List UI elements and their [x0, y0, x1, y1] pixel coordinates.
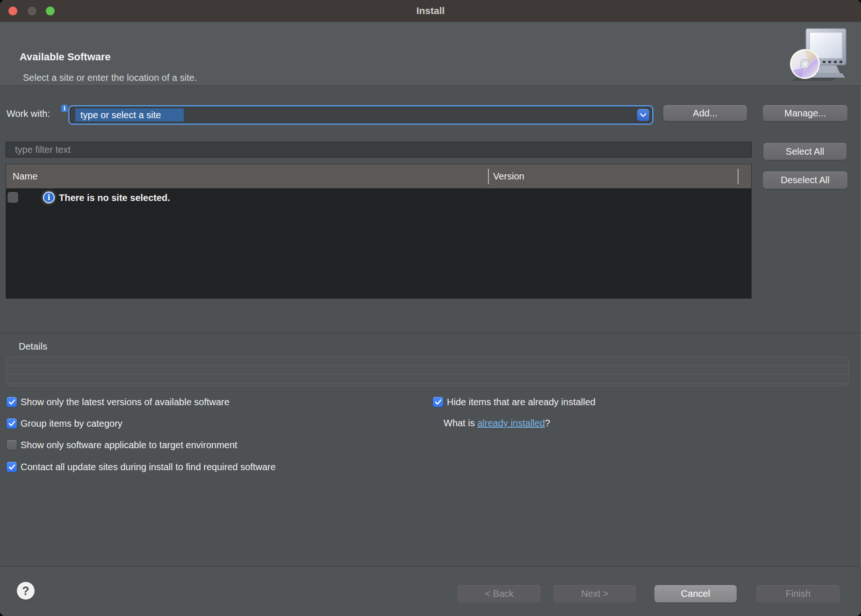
- help-button[interactable]: ?: [17, 582, 35, 600]
- info-icon: i: [43, 192, 55, 203]
- checkmark-icon: [8, 464, 15, 470]
- checkbox-hide-installed[interactable]: [433, 397, 443, 407]
- checkbox-contact-update-sites[interactable]: [7, 462, 17, 472]
- option-label: Show only the latest versions of availab…: [21, 397, 230, 407]
- details-divider: [0, 333, 861, 333]
- column-separator[interactable]: [488, 169, 489, 184]
- add-button[interactable]: Add...: [663, 105, 747, 121]
- checkmark-icon: [8, 421, 15, 427]
- option-label: Group items by category: [21, 418, 122, 429]
- table-row: i There is no site selected.: [6, 191, 751, 206]
- deselect-all-button[interactable]: Deselect All: [763, 172, 847, 189]
- page-title: Available Software: [20, 51, 111, 63]
- combobox-dropdown-button[interactable]: [637, 109, 649, 121]
- checkmark-icon: [8, 399, 15, 405]
- info-badge-icon: i: [61, 105, 68, 112]
- chevron-down-icon: [640, 113, 646, 117]
- filter-field-container: [6, 142, 752, 158]
- what-is-prefix: What is: [444, 418, 477, 428]
- titlebar: Install: [0, 0, 861, 22]
- option-label: Show only software applicable to target …: [21, 440, 237, 450]
- page-subtitle: Select a site or enter the location of a…: [23, 72, 197, 83]
- filter-input[interactable]: [6, 142, 751, 157]
- checkbox-show-latest[interactable]: [7, 397, 17, 407]
- site-combobox-value: type or select a site: [75, 108, 184, 122]
- wizard-header: Available Software Select a site or ente…: [0, 22, 861, 86]
- option-label: Hide items that are already installed: [447, 397, 596, 407]
- site-combobox[interactable]: type or select a site: [70, 107, 652, 123]
- empty-table-message: There is no site selected.: [59, 191, 170, 204]
- work-with-label: Work with:: [7, 108, 50, 119]
- what-is-installed-line: What is already installed?: [444, 418, 550, 429]
- column-separator[interactable]: [738, 169, 739, 184]
- what-is-suffix: ?: [545, 418, 550, 428]
- checkbox-group-by-category[interactable]: [7, 418, 17, 429]
- already-installed-link[interactable]: already installed: [477, 418, 545, 428]
- button-bar: ? < Back Next > Cancel Finish: [0, 566, 861, 616]
- finish-button[interactable]: Finish: [756, 585, 840, 602]
- version-column-header[interactable]: Version: [493, 165, 524, 188]
- cancel-button[interactable]: Cancel: [654, 585, 737, 602]
- checkbox-target-environment[interactable]: [7, 440, 17, 450]
- back-button[interactable]: < Back: [458, 585, 541, 602]
- details-label: Details: [19, 341, 47, 352]
- table-body: i There is no site selected.: [6, 188, 751, 298]
- checkmark-icon: [435, 399, 442, 405]
- install-dialog-window: Install Available Software Select a site…: [0, 0, 861, 616]
- name-column-header[interactable]: Name: [13, 165, 37, 188]
- window-title: Install: [0, 5, 861, 16]
- select-all-button[interactable]: Select All: [763, 143, 847, 160]
- next-button[interactable]: Next >: [553, 585, 636, 602]
- table-header: Name Version: [6, 165, 751, 188]
- install-wizard-icon: [787, 26, 849, 84]
- manage-button[interactable]: Manage...: [763, 105, 847, 121]
- row-checkbox[interactable]: [7, 192, 18, 203]
- details-pane: [6, 357, 849, 386]
- software-table: Name Version i There is no site selected…: [6, 164, 752, 299]
- option-label: Contact all update sites during install …: [21, 462, 276, 472]
